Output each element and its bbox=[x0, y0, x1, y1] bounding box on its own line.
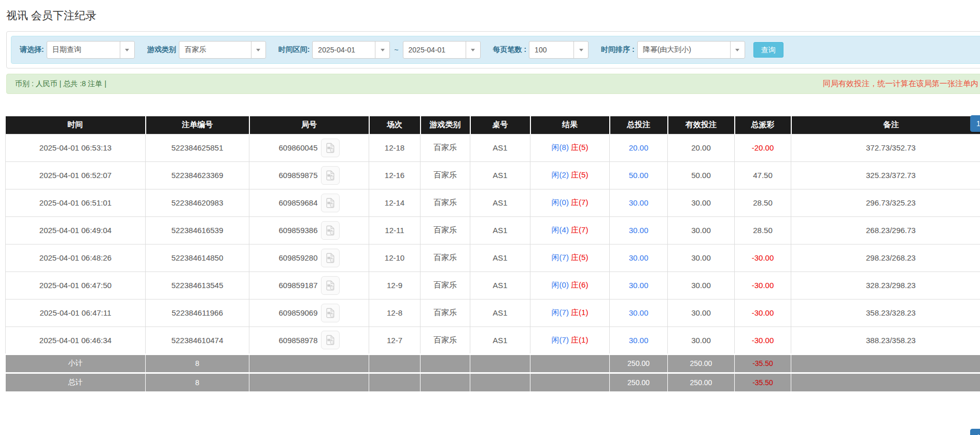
cell-time: 2025-04-01 06:48:26 bbox=[6, 244, 146, 271]
cell-total-bet[interactable]: 30.00 bbox=[610, 244, 668, 271]
cell-game-type: 百家乐 bbox=[421, 244, 470, 271]
round-id-value: 609859187 bbox=[278, 281, 317, 290]
video-replay-file-icon[interactable] bbox=[321, 304, 340, 322]
cell-round-id: 609860045 bbox=[249, 134, 369, 161]
subtotal-row: 小计 8 250.00 250.00 -35.50 bbox=[6, 354, 980, 373]
cell-round-id: 609859875 bbox=[249, 161, 369, 189]
page-size-select[interactable]: 100 bbox=[529, 41, 589, 59]
cell-payout: -30.00 bbox=[735, 327, 791, 354]
query-type-select[interactable]: 日期查询 bbox=[47, 41, 135, 59]
cell-total-bet[interactable]: 30.00 bbox=[610, 299, 668, 327]
cell-round-id: 609858978 bbox=[249, 327, 369, 354]
cell-time: 2025-04-01 06:51:01 bbox=[6, 189, 146, 216]
video-replay-file-icon[interactable] bbox=[321, 194, 340, 212]
cell-game-type: 百家乐 bbox=[421, 327, 470, 354]
cell-payout: 28.50 bbox=[735, 216, 791, 244]
video-replay-file-icon[interactable] bbox=[321, 221, 340, 240]
cell-payout: -30.00 bbox=[735, 299, 791, 327]
sort-group: 时间排序 : 降幂(由大到小) bbox=[601, 41, 745, 59]
cell-valid-bet: 30.00 bbox=[668, 216, 735, 244]
date-range-separator: ~ bbox=[394, 46, 398, 54]
video-replay-file-icon[interactable] bbox=[321, 276, 340, 295]
result-banker: 庄(5) bbox=[571, 253, 588, 262]
result-player: 闲(7) bbox=[552, 308, 569, 317]
result-player: 闲(0) bbox=[552, 280, 569, 289]
round-id-value: 609859386 bbox=[278, 226, 317, 235]
page-title: 视讯 会员下注纪录 bbox=[6, 8, 980, 23]
col-header-valid-bet: 有效投注 bbox=[668, 116, 735, 134]
cell-bet-id: 522384625851 bbox=[146, 134, 249, 161]
cell-table-no: AS1 bbox=[470, 327, 530, 354]
cell-time: 2025-04-01 06:53:13 bbox=[6, 134, 146, 161]
game-type-label: 游戏类别 bbox=[147, 45, 176, 55]
result-banker: 庄(5) bbox=[571, 143, 588, 152]
pagination-page-1-bottom[interactable]: 1 bbox=[970, 429, 980, 435]
cell-session: 12-11 bbox=[369, 216, 421, 244]
cell-session: 12-18 bbox=[369, 134, 421, 161]
cell-valid-bet: 30.00 bbox=[668, 299, 735, 327]
video-replay-file-icon[interactable] bbox=[321, 331, 340, 349]
cell-total-bet[interactable]: 20.00 bbox=[610, 134, 668, 161]
game-type-select[interactable]: 百家乐 bbox=[179, 41, 266, 59]
total-total-bet: 250.00 bbox=[610, 373, 668, 391]
cell-total-bet[interactable]: 30.00 bbox=[610, 216, 668, 244]
cell-bet-id: 522384614850 bbox=[146, 244, 249, 271]
cell-table-no: AS1 bbox=[470, 216, 530, 244]
col-header-remark: 备注 bbox=[791, 116, 980, 134]
cell-total-bet[interactable]: 30.00 bbox=[610, 189, 668, 216]
cell-bet-id: 522384613545 bbox=[146, 271, 249, 299]
cell-total-bet[interactable]: 30.00 bbox=[610, 327, 668, 354]
query-type-value: 日期查询 bbox=[47, 42, 120, 58]
cell-game-type: 百家乐 bbox=[421, 189, 470, 216]
video-replay-file-icon[interactable] bbox=[321, 166, 340, 185]
cell-session: 12-9 bbox=[369, 271, 421, 299]
result-player: 闲(4) bbox=[552, 225, 569, 234]
cell-session: 12-16 bbox=[369, 161, 421, 189]
result-player: 闲(2) bbox=[552, 170, 569, 179]
cell-bet-id: 522384610474 bbox=[146, 327, 249, 354]
date-to-input[interactable]: 2025-04-01 bbox=[403, 41, 481, 59]
sort-select[interactable]: 降幂(由大到小) bbox=[637, 41, 745, 59]
cell-valid-bet: 30.00 bbox=[668, 189, 735, 216]
cell-time: 2025-04-01 06:47:50 bbox=[6, 271, 146, 299]
cell-valid-bet: 30.00 bbox=[668, 271, 735, 299]
cell-time: 2025-04-01 06:49:04 bbox=[6, 216, 146, 244]
result-player: 闲(7) bbox=[552, 253, 569, 262]
pagination-page-1-top[interactable]: 1 bbox=[970, 115, 980, 132]
video-replay-file-icon[interactable] bbox=[321, 249, 340, 267]
cell-table-no: AS1 bbox=[470, 161, 530, 189]
result-banker: 庄(7) bbox=[571, 225, 588, 234]
col-header-bet-id: 注单编号 bbox=[146, 116, 249, 134]
chevron-down-icon[interactable] bbox=[730, 42, 745, 58]
table-row: 2025-04-01 06:46:34 522384610474 6098589… bbox=[6, 327, 980, 354]
chevron-down-icon[interactable] bbox=[375, 42, 389, 58]
result-banker: 庄(6) bbox=[571, 280, 588, 289]
chevron-down-icon[interactable] bbox=[466, 42, 480, 58]
cell-result: 闲(0) 庄(7) bbox=[530, 189, 610, 216]
table-row: 2025-04-01 06:47:11 522384611966 6098590… bbox=[6, 299, 980, 327]
chevron-down-icon[interactable] bbox=[573, 42, 588, 58]
cell-total-bet[interactable]: 50.00 bbox=[610, 161, 668, 189]
cell-bet-id: 522384620983 bbox=[146, 189, 249, 216]
result-player: 闲(7) bbox=[552, 335, 569, 344]
total-valid-bet: 250.00 bbox=[668, 373, 735, 391]
table-row: 2025-04-01 06:49:04 522384616539 6098593… bbox=[6, 216, 980, 244]
subtotal-valid-bet: 250.00 bbox=[668, 354, 735, 373]
sort-value: 降幂(由大到小) bbox=[638, 42, 730, 58]
cell-total-bet[interactable]: 30.00 bbox=[610, 271, 668, 299]
cell-session: 12-14 bbox=[369, 189, 421, 216]
table-row: 2025-04-01 06:52:07 522384623369 6098598… bbox=[6, 161, 980, 189]
video-replay-file-icon[interactable] bbox=[321, 139, 340, 157]
search-button[interactable]: 查询 bbox=[753, 42, 783, 58]
cell-time: 2025-04-01 06:47:11 bbox=[6, 299, 146, 327]
total-payout: -35.50 bbox=[735, 373, 791, 391]
table-row: 2025-04-01 06:48:26 522384614850 6098592… bbox=[6, 244, 980, 271]
round-id-value: 609860045 bbox=[278, 143, 317, 152]
subtotal-count: 8 bbox=[146, 354, 249, 373]
date-from-input[interactable]: 2025-04-01 bbox=[312, 41, 390, 59]
cell-session: 12-8 bbox=[369, 299, 421, 327]
date-from-value: 2025-04-01 bbox=[313, 42, 375, 58]
chevron-down-icon[interactable] bbox=[120, 42, 134, 58]
chevron-down-icon[interactable] bbox=[251, 42, 265, 58]
filter-toolbar: 请选择: 日期查询 游戏类别 百家乐 时间区间: 2025-04-01 ~ 20… bbox=[11, 36, 980, 64]
